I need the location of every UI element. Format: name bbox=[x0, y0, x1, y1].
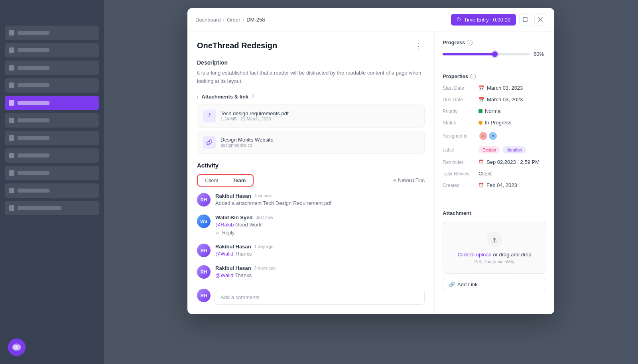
breadcrumb-order[interactable]: Order bbox=[227, 17, 240, 23]
status-value: In Progress bbox=[478, 120, 511, 126]
add-link-label: Add Link bbox=[457, 281, 478, 287]
time-entry-button[interactable]: ⏱ Time Entry · 0:00:00 bbox=[451, 14, 516, 26]
breadcrumb-dashboard[interactable]: Dashboard bbox=[195, 17, 221, 23]
sidebar-item-5 bbox=[5, 113, 99, 128]
progress-title: Progress i bbox=[443, 39, 546, 45]
label-design-tag[interactable]: Design bbox=[478, 146, 500, 153]
right-panel: Progress i 60% Prop bbox=[435, 31, 554, 314]
upload-icon bbox=[486, 232, 502, 248]
upload-text: Click to upload or drag and drop bbox=[449, 252, 540, 258]
progress-info-icon: i bbox=[467, 40, 473, 45]
activity-item-1: RH Rakibul Hasan Just now Added a attach… bbox=[197, 193, 425, 207]
sidebar-item-8 bbox=[5, 166, 99, 180]
attachments-header[interactable]: › Attachments & link 2 bbox=[197, 94, 425, 100]
attachment-pdf[interactable]: Tech design requirements.pdf 1.24 MB · 2… bbox=[197, 104, 425, 128]
activity-content-4: Rakibul Hasan 3 days ago @Walid Thanks bbox=[215, 265, 425, 279]
breadcrumb-current: DM-258 bbox=[246, 17, 265, 23]
task-title-row: OneThread Redesign ⋮ bbox=[197, 41, 425, 51]
progress-thumb bbox=[492, 51, 498, 57]
upload-box[interactable]: Click to upload or drag and drop Pdf, Do… bbox=[443, 222, 546, 274]
due-date-label: Due Date bbox=[443, 97, 478, 102]
created-value: ⏰ Feb 04, 2023 bbox=[478, 182, 517, 188]
comment-input[interactable] bbox=[215, 290, 425, 305]
user-name-3: Rakibul Hasan bbox=[215, 244, 251, 250]
time-entry-label: Time Entry · 0:00:00 bbox=[464, 17, 510, 23]
progress-bar[interactable] bbox=[443, 53, 530, 55]
reply-icon: ☺ bbox=[215, 230, 220, 236]
prop-created: Created ⏰ Feb 04, 2023 bbox=[443, 182, 546, 188]
clock-reminder-icon: ⏰ bbox=[478, 159, 484, 165]
chevron-right-icon: › bbox=[197, 94, 198, 99]
properties-label: Properties bbox=[443, 73, 468, 79]
label-ideation-tag[interactable]: Ideation bbox=[502, 146, 526, 153]
tab-team[interactable]: Team bbox=[225, 175, 253, 186]
task-title: OneThread Redesign bbox=[197, 41, 277, 50]
attachments-title: Attachments & link bbox=[201, 94, 248, 100]
add-link-button[interactable]: 🔗 Add Link bbox=[443, 278, 546, 291]
priority-text[interactable]: Normal bbox=[485, 108, 502, 114]
modal-body: OneThread Redesign ⋮ Description It is a… bbox=[187, 31, 554, 314]
reminder-text[interactable]: Sep 02,2023 . 2.59 PM bbox=[486, 159, 540, 165]
task-review-text[interactable]: Client bbox=[478, 171, 492, 177]
sidebar-item-1 bbox=[5, 26, 99, 40]
priority-label: Priority bbox=[443, 108, 478, 114]
due-date[interactable]: March 03, 2023 bbox=[487, 96, 523, 102]
activity-text-1: Added a attachment Tech Design Requireme… bbox=[215, 200, 425, 206]
tab-client[interactable]: Client bbox=[198, 175, 225, 186]
sidebar-item-4 bbox=[5, 78, 99, 92]
activity-content-3: Rakibul Hasan 1 day ago @Walid Thanks bbox=[215, 244, 425, 257]
properties-info-icon: i bbox=[470, 74, 476, 79]
pdf-meta: 1.24 MB · 21 March, 2023 bbox=[221, 116, 289, 121]
sidebar-item-6 bbox=[5, 131, 99, 145]
properties-section: Properties i Start Date 📅 March 03, 2023 bbox=[443, 73, 546, 202]
user-row-2: Walid Bin Syed Just now bbox=[215, 214, 425, 220]
upload-hint: Pdf, Doc (max. 5Mb) bbox=[449, 259, 540, 264]
avatar-rakibul-1: RH bbox=[197, 193, 211, 207]
progress-fill bbox=[443, 53, 495, 55]
modal-header: Dashboard › Order › DM-258 ⏱ Time Entry … bbox=[187, 8, 554, 31]
breadcrumb-sep-2: › bbox=[243, 17, 244, 22]
prop-start-date: Start Date 📅 March 03, 2023 bbox=[443, 85, 546, 91]
assigned-to-label: Assigned to bbox=[443, 133, 478, 139]
user-time-3: 1 day ago bbox=[254, 244, 274, 249]
created-label: Created bbox=[443, 183, 478, 188]
created-text[interactable]: Feb 04, 2023 bbox=[486, 182, 517, 188]
comment-input-row: RH bbox=[197, 287, 425, 305]
progress-percentage: 60% bbox=[534, 51, 546, 57]
clock-icon: ⏱ bbox=[457, 17, 461, 22]
assignee-avatar-2: B bbox=[488, 131, 498, 141]
activity-tabs: Client Team bbox=[197, 174, 254, 187]
left-panel: OneThread Redesign ⋮ Description It is a… bbox=[187, 31, 435, 314]
close-button[interactable] bbox=[534, 14, 546, 26]
link-info: Design Monks Website designmonks.co bbox=[221, 137, 274, 148]
more-options-button[interactable]: ⋮ bbox=[413, 41, 425, 51]
activity-text-4: @Walid Thanks bbox=[215, 272, 425, 278]
mention-2: @Rakib bbox=[215, 222, 234, 228]
pdf-icon bbox=[203, 110, 216, 122]
activity-section: Activity Client Team ≡ Newest First bbox=[197, 162, 425, 305]
status-text[interactable]: In Progress bbox=[485, 120, 511, 126]
breadcrumb: Dashboard › Order › DM-258 bbox=[195, 17, 265, 23]
attachment-link[interactable]: Design Monks Website designmonks.co bbox=[197, 131, 425, 154]
sidebar-item-7 bbox=[5, 148, 99, 163]
mention-3: @Walid bbox=[215, 251, 233, 257]
attachment-label: Attachment bbox=[443, 210, 471, 216]
prop-status: Status In Progress bbox=[443, 120, 546, 126]
activity-item-2: WS Walid Bin Syed Just now @Rakib Good W… bbox=[197, 214, 425, 236]
upload-link-text[interactable]: Click to upload bbox=[457, 252, 491, 258]
start-date-value: 📅 March 03, 2023 bbox=[478, 85, 523, 91]
assignee-avatar-1: A bbox=[478, 131, 488, 141]
user-time-2: Just now bbox=[256, 215, 273, 220]
reply-button[interactable]: ☺ Reply bbox=[215, 230, 234, 236]
user-row-4: Rakibul Hasan 3 days ago bbox=[215, 265, 425, 271]
prop-task-review: Task Review Client bbox=[443, 171, 546, 177]
prop-label: Label Design Ideation bbox=[443, 146, 546, 153]
expand-button[interactable] bbox=[519, 14, 531, 26]
modal-container: Dashboard › Order › DM-258 ⏱ Time Entry … bbox=[187, 8, 554, 314]
sort-button[interactable]: ≡ Newest First bbox=[393, 177, 425, 183]
user-name-4: Rakibul Hasan bbox=[215, 265, 251, 271]
assigned-to-value: A B bbox=[478, 131, 495, 141]
attachment-right-title: Attachment bbox=[443, 210, 546, 216]
start-date[interactable]: March 03, 2023 bbox=[487, 85, 523, 91]
label-label: Label bbox=[443, 147, 478, 153]
